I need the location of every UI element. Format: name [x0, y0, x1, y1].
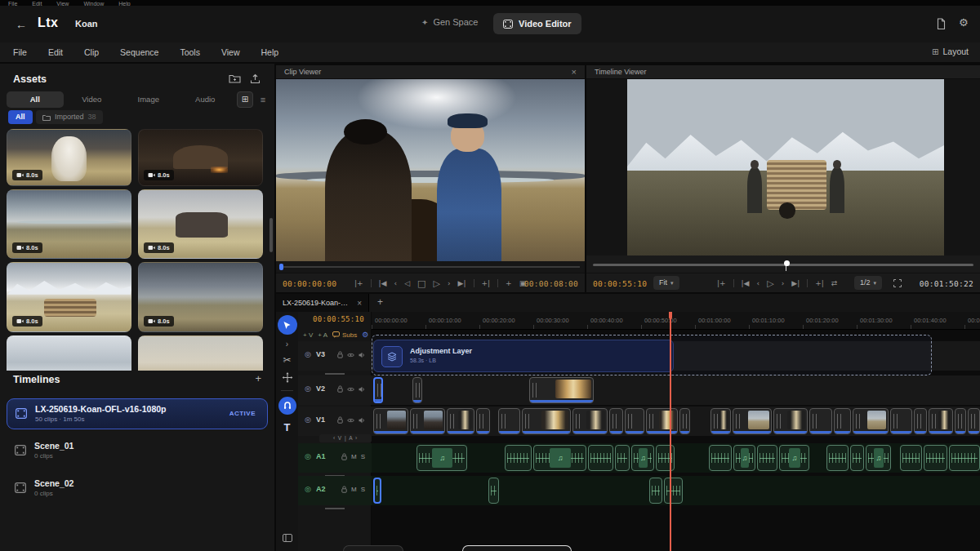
go-to-start-icon[interactable]: |◀	[379, 279, 387, 287]
video-clip[interactable]	[373, 377, 383, 403]
panel-toggle-icon[interactable]	[283, 534, 292, 542]
collapse-rail-icon[interactable]: ›	[286, 340, 288, 349]
add-timeline-button[interactable]: +	[255, 372, 261, 384]
mute-button[interactable]: M	[351, 453, 357, 460]
video-clip[interactable]	[447, 408, 474, 434]
video-clip[interactable]	[412, 377, 422, 403]
audio-clip[interactable]	[615, 445, 630, 471]
video-clip[interactable]	[890, 408, 912, 434]
audio-clip[interactable]	[850, 445, 864, 471]
video-clip[interactable]	[733, 408, 772, 434]
video-clip[interactable]	[410, 408, 445, 434]
asset-tab-all[interactable]: All	[7, 91, 64, 108]
asset-tab-video[interactable]: Video	[64, 91, 121, 108]
video-clip[interactable]	[476, 408, 490, 434]
video-clip[interactable]	[929, 408, 953, 434]
lock-icon[interactable]	[337, 385, 343, 393]
upload-icon[interactable]	[250, 73, 261, 84]
speaker-icon[interactable]	[359, 352, 365, 358]
fit-dropdown[interactable]: Fit▾	[653, 276, 679, 290]
video-clip[interactable]	[853, 408, 889, 434]
clip-viewer-scrubber[interactable]	[276, 261, 585, 273]
video-clip[interactable]	[773, 408, 808, 434]
video-clip[interactable]	[679, 408, 690, 434]
settings-gear-icon[interactable]: ⚙	[959, 16, 969, 29]
clip-playhead-marker[interactable]	[279, 264, 283, 270]
timeline-item[interactable]: Scene_010 clips	[7, 436, 268, 467]
audio-clip[interactable]	[588, 445, 613, 471]
video-clip[interactable]	[809, 408, 832, 434]
asset-tile-log-cart-mountains-clip[interactable]: 8.0s	[7, 262, 131, 332]
track-fader[interactable]	[325, 373, 345, 375]
audio-clip[interactable]	[373, 478, 381, 504]
fullscreen-icon[interactable]	[893, 279, 902, 287]
video-clip[interactable]	[968, 408, 980, 434]
audio-clip[interactable]	[924, 445, 947, 471]
timeline-item[interactable]: LX-250619-Koan-OFL-v16-1080p50 clips · 1…	[7, 398, 268, 429]
asset-tile-saddle-rack-clip[interactable]: 8.0s	[138, 189, 263, 259]
video-clip[interactable]	[498, 408, 520, 434]
video-clip[interactable]	[572, 408, 608, 434]
step-back-icon[interactable]: ‹	[394, 279, 398, 287]
timeline-playhead[interactable]	[670, 312, 671, 551]
add-marker-icon[interactable]: +	[506, 279, 512, 287]
audio-clip[interactable]: ♫	[733, 445, 755, 471]
asset-tile-pale-steppe-clip[interactable]	[138, 335, 263, 371]
asset-tab-audio[interactable]: Audio	[177, 91, 234, 108]
video-clip[interactable]	[646, 408, 678, 434]
mark-out-icon[interactable]: +|	[815, 279, 824, 287]
mute-button[interactable]: M	[351, 486, 357, 493]
track-enable-icon[interactable]: ◎	[305, 350, 311, 358]
close-icon[interactable]: ×	[572, 67, 577, 77]
playback-scale-dropdown[interactable]: 1/2▾	[854, 276, 882, 290]
video-clip[interactable]	[529, 377, 594, 403]
snap-tool-button[interactable]	[278, 397, 296, 415]
track-settings-gear-icon[interactable]: ⚙	[362, 331, 368, 339]
menu-item-edit[interactable]: Edit	[48, 47, 63, 57]
menu-item-help[interactable]: Help	[261, 47, 279, 57]
bottom-partial-button[interactable]	[462, 545, 572, 551]
add-video-track-button[interactable]: + V	[303, 331, 313, 339]
filter-chip-imported[interactable]: Imported 38	[36, 110, 103, 124]
track-enable-icon[interactable]: ◎	[305, 384, 311, 393]
video-clip[interactable]	[609, 408, 623, 434]
visibility-eye-icon[interactable]	[347, 353, 354, 358]
timeline-tab[interactable]: LX-250619-Koan-OF... ×	[276, 294, 369, 312]
asset-tile-bright-clouds-clip[interactable]	[7, 335, 131, 371]
speaker-icon[interactable]	[359, 417, 365, 424]
track-enable-icon[interactable]: ◎	[305, 452, 311, 460]
audio-clip[interactable]: ♫	[866, 445, 891, 471]
audio-clip[interactable]	[900, 445, 922, 471]
grid-view-icon[interactable]: ⊞	[237, 91, 253, 108]
audio-clip[interactable]	[757, 445, 777, 471]
document-icon[interactable]	[936, 18, 947, 30]
timeline-playhead-marker[interactable]	[784, 260, 790, 266]
video-clip[interactable]	[955, 408, 966, 434]
video-clip[interactable]	[625, 408, 644, 434]
video-clip[interactable]	[522, 408, 571, 434]
menu-item-sequence[interactable]: Sequence	[120, 47, 158, 57]
play-icon[interactable]: ▷	[767, 278, 773, 289]
step-forward-icon[interactable]: ›	[782, 279, 785, 287]
step-forward-icon[interactable]: ›	[448, 279, 451, 287]
audio-clip[interactable]	[709, 445, 732, 471]
back-button[interactable]: ←	[13, 16, 29, 33]
audio-clip[interactable]: ♫	[416, 445, 467, 471]
audio-clip[interactable]: ♫	[631, 445, 654, 471]
go-to-start-icon[interactable]: |◀	[742, 279, 750, 287]
mark-out-icon[interactable]: +|	[482, 279, 491, 287]
lock-icon[interactable]	[341, 453, 347, 460]
timeline-viewer-scrubber[interactable]	[586, 258, 980, 271]
menu-item-clip[interactable]: Clip	[84, 47, 99, 57]
visibility-eye-icon[interactable]	[347, 387, 354, 392]
adjustment-layer-clip[interactable]: Adjustment Layer 58.3s · LB	[373, 340, 674, 372]
lock-icon[interactable]	[337, 416, 343, 424]
text-tool-button[interactable]: T	[284, 421, 291, 433]
new-timeline-tab-button[interactable]: +	[377, 296, 383, 308]
filter-chip-all[interactable]: All	[8, 110, 33, 124]
play-reverse-icon[interactable]: ◁	[404, 279, 410, 287]
gen-space-tab[interactable]: ✦ Gen Space	[421, 17, 478, 27]
loop-icon[interactable]: ⇄	[831, 279, 838, 287]
track-enable-icon[interactable]: ◎	[305, 485, 311, 493]
track-enable-icon[interactable]: ◎	[305, 415, 311, 424]
